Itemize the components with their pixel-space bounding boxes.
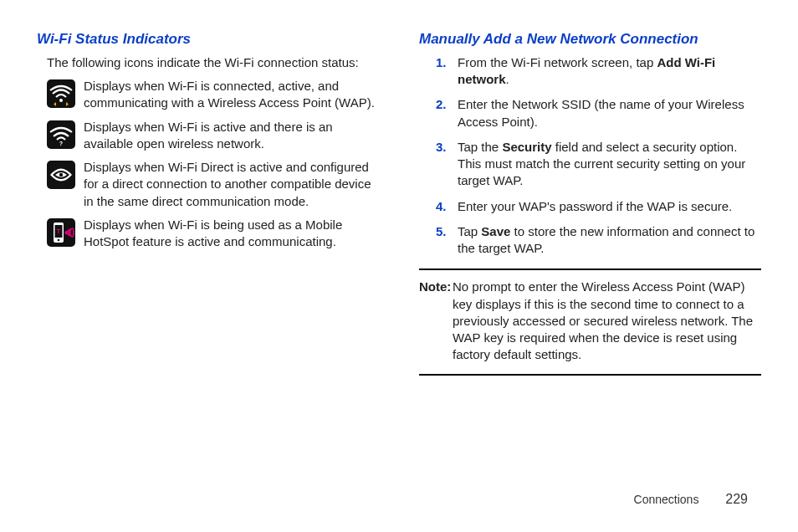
- security-bold: Security: [502, 140, 551, 154]
- indicator-desc-direct: Displays when Wi-Fi Direct is active and…: [84, 159, 379, 210]
- svg-point-1: [59, 99, 63, 102]
- svg-text:T: T: [57, 228, 61, 235]
- indicator-row-open-network: ? Displays when Wi-Fi is active and ther…: [47, 119, 379, 153]
- step-1: From the Wi-Fi network screen, tap Add W…: [436, 54, 761, 89]
- manual-add-heading: Manually Add a New Network Connection: [419, 30, 761, 49]
- right-column: Manually Add a New Network Connection Fr…: [419, 30, 761, 376]
- wifi-indicators-intro: The following icons indicate the Wi-Fi c…: [47, 54, 379, 71]
- step-3: Tap the Security field and select a secu…: [436, 139, 761, 190]
- steps-list: From the Wi-Fi network screen, tap Add W…: [436, 54, 761, 258]
- save-bold: Save: [481, 224, 510, 238]
- footer-page-number: 229: [725, 492, 748, 506]
- wifi-hotspot-icon: T: [47, 218, 75, 247]
- indicator-desc-connected: Displays when Wi-Fi is connected, active…: [84, 78, 379, 112]
- svg-point-7: [59, 173, 63, 176]
- indicator-row-connected: Displays when Wi-Fi is connected, active…: [47, 78, 379, 112]
- footer-section: Connections: [634, 493, 699, 506]
- wifi-connected-icon: [47, 79, 75, 108]
- step-5: Tap Save to store the new information an…: [436, 223, 761, 258]
- indicator-row-direct: Displays when Wi-Fi Direct is active and…: [47, 159, 379, 210]
- wifi-open-icon: ?: [47, 120, 75, 149]
- indicator-desc-hotspot: Displays when Wi-Fi is being used as a M…: [84, 217, 379, 251]
- note-label: Note:: [419, 279, 451, 295]
- step-2: Enter the Network SSID (the name of your…: [436, 96, 761, 130]
- page-footer: Connections 229: [634, 490, 748, 509]
- svg-text:?: ?: [59, 141, 63, 146]
- svg-point-12: [58, 239, 60, 242]
- note-text: No prompt to enter the Wireless Access P…: [453, 279, 753, 361]
- wifi-indicators-heading: Wi-Fi Status Indicators: [37, 30, 379, 49]
- step-4: Enter your WAP's password if the WAP is …: [436, 198, 761, 215]
- indicator-desc-open: Displays when Wi-Fi is active and there …: [84, 119, 379, 153]
- left-column: Wi-Fi Status Indicators The following ic…: [37, 30, 379, 376]
- indicator-row-hotspot: T Displays when Wi-Fi is being used as a…: [47, 217, 379, 251]
- wifi-direct-icon: [47, 161, 75, 189]
- note-block: Note: No prompt to enter the Wireless Ac…: [419, 269, 761, 375]
